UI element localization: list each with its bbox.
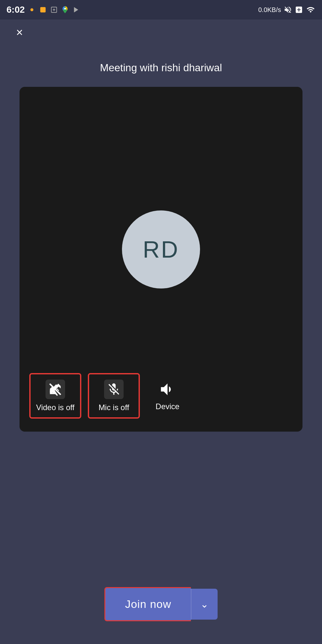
device-label: Device — [155, 402, 179, 411]
app-icon-2 — [49, 5, 59, 14]
video-inner: RD Video is off — [20, 87, 302, 432]
notification-icon — [27, 5, 36, 14]
close-button[interactable]: × — [10, 23, 29, 42]
svg-point-0 — [30, 8, 33, 11]
status-icons — [27, 5, 81, 14]
add-icon — [295, 6, 303, 14]
svg-marker-4 — [74, 7, 78, 13]
app-icon-1 — [38, 5, 47, 14]
data-speed: 0.0KB/s — [258, 6, 281, 14]
mute-icon — [284, 6, 292, 14]
mic-off-icon — [107, 382, 121, 396]
mic-off-label: Mic is off — [99, 403, 129, 412]
chevron-down-icon: ⌄ — [200, 599, 208, 610]
video-off-icon — [48, 382, 62, 396]
status-time: 6:02 — [7, 5, 25, 15]
video-off-label: Video is off — [36, 403, 74, 412]
mic-toggle-button[interactable]: Mic is off — [88, 373, 140, 419]
status-right: 0.0KB/s — [258, 6, 315, 14]
join-area: Join now ⌄ — [0, 587, 322, 621]
mic-off-icon-container — [104, 380, 124, 399]
join-dropdown-button[interactable]: ⌄ — [191, 589, 218, 620]
meeting-title: Meeting with rishi dhariwal — [0, 62, 322, 74]
device-icon — [159, 381, 176, 398]
device-button[interactable]: Device — [146, 375, 189, 416]
maps-icon — [60, 5, 70, 14]
video-controls: Video is off Mic is off Device — [20, 360, 302, 432]
status-left: 6:02 — [7, 5, 81, 15]
svg-point-3 — [64, 8, 66, 9]
join-now-button[interactable]: Join now — [104, 587, 191, 621]
close-icon: × — [16, 27, 23, 38]
avatar: RD — [122, 210, 200, 288]
avatar-initials: RD — [143, 236, 179, 263]
wifi-icon — [306, 6, 315, 14]
status-bar: 6:02 — [0, 0, 322, 20]
video-preview: RD Video is off — [20, 87, 302, 432]
video-off-icon-container — [46, 380, 65, 399]
play-icon — [72, 5, 81, 14]
video-toggle-button[interactable]: Video is off — [29, 373, 81, 419]
svg-rect-1 — [40, 7, 46, 13]
